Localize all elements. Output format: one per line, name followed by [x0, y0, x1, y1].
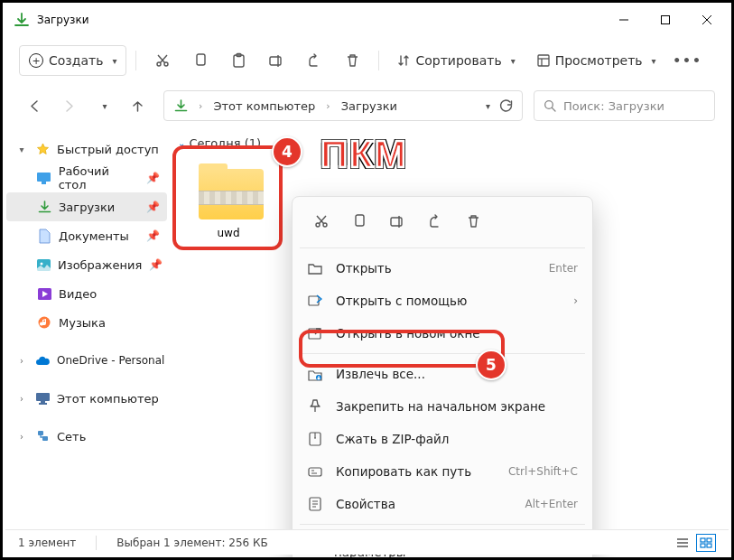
sidebar-onedrive[interactable]: › OneDrive - Personal [6, 346, 167, 375]
downloads-title-icon [14, 12, 30, 28]
context-icon-row [293, 202, 592, 244]
sidebar-item-pictures[interactable]: Изображения 📌 [6, 250, 167, 279]
cloud-icon [35, 353, 50, 368]
breadcrumb-this-pc[interactable]: Этот компьютер [213, 99, 315, 113]
trash-icon [346, 53, 359, 68]
extract-icon [307, 368, 323, 381]
refresh-icon[interactable] [499, 99, 513, 113]
ctx-item-extract-all[interactable]: Извлечь все... [293, 358, 592, 390]
view-grid-button[interactable] [696, 534, 716, 552]
svg-point-28 [323, 223, 327, 227]
group-header-today[interactable]: ⌄ Сегодня (1) [178, 136, 715, 150]
sidebar-item-label: Загрузки [59, 201, 115, 214]
search-icon [544, 99, 556, 112]
svg-rect-30 [391, 218, 402, 226]
network-icon [35, 429, 50, 443]
zip-icon [307, 432, 323, 446]
pin-icon: 📌 [149, 258, 163, 271]
sidebar-item-desktop[interactable]: Рабочий стол 📌 [6, 163, 167, 192]
breadcrumb-downloads[interactable]: Загрузки [341, 99, 397, 113]
svg-rect-16 [37, 173, 51, 182]
up-button[interactable] [122, 90, 153, 121]
ctx-shortcut: Enter [549, 262, 578, 275]
copy-button[interactable] [183, 45, 218, 76]
delete-button[interactable] [335, 45, 369, 76]
view-list-button[interactable] [673, 534, 692, 552]
search-input[interactable]: Поиск: Загрузки [534, 90, 715, 121]
minimize-button[interactable] [603, 5, 645, 34]
view-button[interactable]: Просмотреть ▾ [528, 45, 665, 76]
chevron-right-icon: › [573, 294, 578, 307]
rename-button[interactable] [259, 45, 293, 76]
file-item-uwd[interactable]: uwd [180, 158, 277, 239]
chevron-down-icon[interactable]: ▾ [486, 101, 490, 111]
sidebar-item-documents[interactable]: Документы 📌 [6, 221, 167, 250]
ctx-share-button[interactable] [419, 206, 451, 237]
chevron-down-icon: ▾ [15, 145, 28, 154]
new-button[interactable]: + Создать ▾ [19, 45, 126, 76]
copy-icon [194, 53, 208, 68]
ctx-shortcut: Alt+Enter [525, 498, 578, 510]
ctx-item-new-window[interactable]: Открыть в новом окне [293, 317, 592, 350]
video-icon [37, 286, 51, 301]
ctx-rename-button[interactable] [381, 206, 413, 237]
svg-rect-39 [701, 538, 705, 542]
sidebar-item-downloads[interactable]: Загрузки 📌 [6, 192, 167, 221]
ctx-item-properties[interactable]: Свойства Alt+Enter [293, 488, 592, 520]
toolbar: + Создать ▾ Сортировать ▾ [3, 37, 731, 84]
sidebar-quick-access[interactable]: ▾ Быстрый доступ [6, 135, 167, 163]
paste-button[interactable] [221, 45, 256, 76]
sidebar-item-music[interactable]: Музыка [6, 308, 167, 337]
ctx-cut-button[interactable] [305, 206, 338, 237]
chevron-right-icon: › [322, 100, 333, 112]
ctx-label: Открыть с помощью [336, 294, 467, 308]
download-icon [37, 200, 51, 214]
file-item-label: uwd [180, 227, 277, 239]
folder-open-icon [307, 262, 323, 275]
chevron-right-icon: › [15, 432, 28, 442]
svg-point-14 [545, 101, 553, 109]
pin-icon: 📌 [146, 172, 160, 184]
new-button-label: Создать [49, 53, 103, 68]
ctx-delete-button[interactable] [457, 206, 489, 237]
back-button[interactable] [19, 90, 50, 121]
ctx-label: Свойства [336, 497, 395, 511]
cut-button[interactable] [145, 45, 180, 76]
window-title: Загрузки [37, 14, 89, 26]
annotation-badge-5: 5 [476, 350, 506, 380]
context-sep [300, 524, 585, 525]
svg-rect-29 [356, 215, 364, 226]
ctx-item-open[interactable]: Открыть Enter [293, 252, 592, 285]
sidebar-network[interactable]: › Сеть [6, 422, 167, 451]
close-button[interactable] [686, 5, 728, 34]
sidebar-this-pc[interactable]: › Этот компьютер [6, 384, 167, 413]
ctx-item-open-with[interactable]: Открыть с помощью › [293, 285, 592, 317]
ctx-copy-button[interactable] [343, 206, 376, 237]
view-icon [537, 54, 550, 67]
search-placeholder: Поиск: Загрузки [563, 99, 664, 113]
ctx-label: Закрепить на начальном экране [336, 399, 545, 414]
ctx-item-copy-path[interactable]: Копировать как путь Ctrl+Shift+C [293, 455, 592, 488]
recent-button[interactable]: ▾ [88, 90, 118, 121]
sidebar-item-videos[interactable]: Видео [6, 279, 167, 308]
open-with-icon [307, 294, 323, 307]
more-button[interactable]: ••• [671, 45, 705, 76]
ctx-item-compress[interactable]: Сжать в ZIP-файл [293, 423, 592, 455]
maximize-button[interactable] [645, 5, 686, 34]
sort-button[interactable]: Сортировать ▾ [388, 45, 524, 76]
forward-button[interactable] [53, 90, 84, 121]
copy-path-icon [307, 465, 323, 478]
share-button[interactable] [297, 45, 331, 76]
svg-rect-23 [41, 401, 45, 403]
status-item-count: 1 элемент [18, 537, 76, 549]
annotation-badge-4: 4 [272, 136, 302, 167]
chevron-right-icon: › [15, 394, 28, 404]
address-bar[interactable]: › Этот компьютер › Загрузки ▾ [163, 90, 523, 121]
desktop-icon [37, 171, 51, 185]
explorer-window: Загрузки + Создать ▾ [0, 0, 734, 560]
pin-icon: 📌 [146, 229, 160, 242]
svg-rect-17 [42, 182, 46, 184]
svg-rect-6 [197, 54, 205, 65]
ctx-item-pin-start[interactable]: Закрепить на начальном экране [293, 390, 592, 423]
zip-archive-icon [193, 163, 264, 219]
